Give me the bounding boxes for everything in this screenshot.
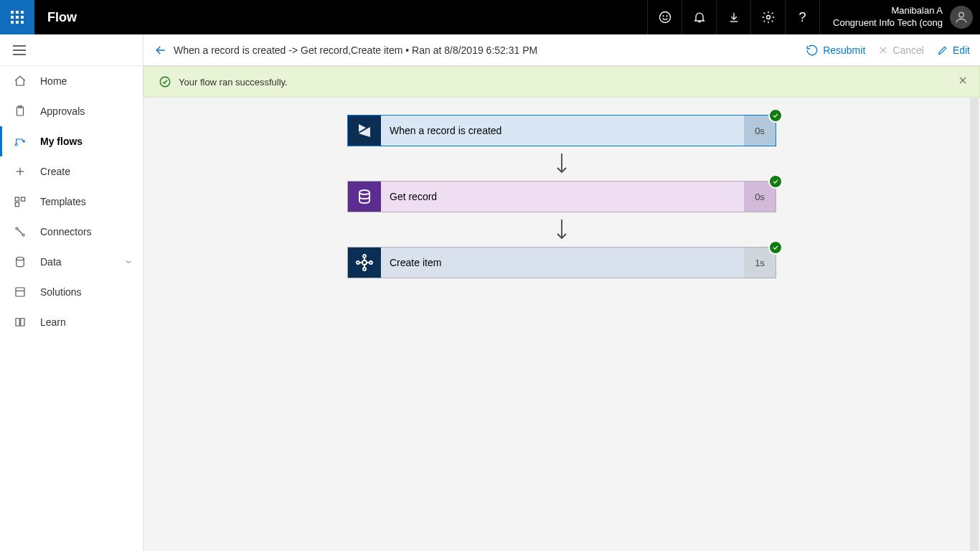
sidebar-item-label: Data: [40, 256, 62, 268]
plus-icon: [13, 164, 27, 179]
status-success-badge: [768, 108, 783, 123]
step-title: Create item: [381, 248, 744, 278]
flow-icon: [13, 134, 27, 149]
flow-arrow: [347, 146, 776, 181]
flow-canvas: When a record is created 0s Get record 0…: [143, 98, 980, 551]
settings-button[interactable]: [750, 0, 785, 34]
check-icon: [772, 112, 779, 119]
database-icon: [13, 255, 27, 269]
waffle-icon: [11, 11, 24, 24]
step-title: Get record: [381, 182, 744, 212]
sidebar-item-label: My flows: [40, 136, 83, 147]
book-icon: [13, 315, 27, 329]
arrow-left-icon: [154, 43, 168, 57]
sidebar-item-solutions[interactable]: Solutions: [0, 277, 143, 307]
brand-title: Flow: [47, 10, 77, 25]
flow-step-create-item[interactable]: Create item 1s: [347, 247, 776, 278]
svg-point-37: [359, 190, 369, 194]
command-bar: When a record is created -> Get record,C…: [143, 34, 980, 66]
svg-rect-3: [11, 16, 14, 19]
solutions-icon: [13, 285, 27, 299]
back-button[interactable]: [154, 43, 168, 57]
sidebar-item-templates[interactable]: Templates: [0, 187, 143, 217]
scrollbar-thumb[interactable]: [970, 98, 979, 551]
close-icon: [878, 45, 888, 55]
resubmit-icon: [806, 44, 819, 57]
svg-point-12: [766, 16, 770, 19]
svg-point-19: [15, 143, 17, 146]
run-title: When a record is created -> Get record,C…: [174, 44, 537, 56]
svg-point-41: [363, 268, 366, 270]
svg-point-9: [659, 12, 670, 23]
sidebar-item-label: Solutions: [40, 286, 82, 298]
sidebar-item-learn[interactable]: Learn: [0, 307, 143, 337]
download-icon: [727, 11, 740, 24]
arrow-down-icon: [555, 220, 569, 241]
home-icon: [13, 74, 27, 88]
sidebar-item-data[interactable]: Data: [0, 247, 143, 277]
flow-step-trigger[interactable]: When a record is created 0s: [347, 115, 776, 146]
sidebar-item-my-flows[interactable]: My flows: [0, 126, 143, 156]
step-title: When a record is created: [381, 116, 744, 146]
svg-rect-1: [16, 11, 19, 14]
svg-rect-4: [16, 16, 19, 19]
cancel-button: Cancel: [878, 44, 924, 56]
sidebar-item-label: Learn: [40, 316, 66, 328]
feedback-button[interactable]: [647, 0, 682, 34]
svg-point-39: [362, 260, 367, 265]
svg-rect-29: [16, 288, 24, 296]
download-button[interactable]: [716, 0, 750, 34]
sidebar-item-label: Connectors: [40, 226, 92, 237]
help-icon: ?: [799, 10, 806, 25]
user-org: Congruent Info Tech (cong: [833, 17, 943, 29]
clipboard-icon: [13, 104, 27, 118]
templates-icon: [13, 194, 27, 209]
app-launcher-button[interactable]: [0, 0, 34, 34]
banner-message: Your flow ran successfully.: [179, 77, 288, 88]
scrollbar[interactable]: [969, 98, 980, 551]
gear-icon: [761, 10, 776, 24]
cds-icon: [348, 182, 381, 212]
svg-rect-23: [15, 197, 19, 201]
svg-rect-7: [16, 21, 19, 24]
resubmit-button[interactable]: Resubmit: [806, 44, 865, 57]
sidebar-item-connectors[interactable]: Connectors: [0, 217, 143, 247]
svg-point-28: [17, 257, 24, 260]
sidebar-item-approvals[interactable]: Approvals: [0, 96, 143, 126]
flow-step-get-record[interactable]: Get record 0s: [347, 181, 776, 212]
resubmit-label: Resubmit: [823, 44, 865, 56]
help-button[interactable]: ?: [785, 0, 819, 34]
sidebar-toggle[interactable]: [0, 34, 143, 66]
smiley-icon: [658, 10, 672, 24]
svg-point-33: [160, 77, 170, 87]
svg-rect-0: [11, 11, 14, 14]
svg-point-13: [959, 12, 964, 17]
sidebar-item-label: Approvals: [40, 105, 85, 117]
status-success-badge: [768, 240, 783, 255]
svg-point-43: [369, 261, 372, 264]
sidebar-item-home[interactable]: Home: [0, 66, 143, 96]
notifications-button[interactable]: [682, 0, 716, 34]
svg-rect-2: [21, 11, 24, 14]
connectors-icon: [13, 225, 27, 239]
svg-point-42: [357, 261, 359, 264]
flow-arrow: [347, 212, 776, 247]
person-icon: [954, 10, 969, 24]
success-banner: Your flow ran successfully.: [143, 66, 980, 98]
dynamics-icon: [348, 116, 381, 146]
avatar: [950, 6, 973, 29]
svg-rect-24: [22, 197, 25, 201]
user-name: Manibalan A: [833, 5, 943, 17]
close-icon: [958, 75, 968, 85]
user-menu[interactable]: Manibalan A Congruent Info Tech (cong: [819, 0, 980, 34]
svg-point-26: [16, 227, 18, 230]
check-icon: [772, 178, 779, 185]
check-icon: [772, 244, 779, 251]
main-area: When a record is created -> Get record,C…: [143, 34, 980, 551]
edit-button[interactable]: Edit: [937, 44, 970, 56]
sidebar-item-create[interactable]: Create: [0, 156, 143, 187]
sidebar-item-label: Create: [40, 166, 70, 177]
bell-icon: [692, 10, 707, 24]
pencil-icon: [937, 44, 948, 56]
banner-close-button[interactable]: [958, 75, 968, 85]
